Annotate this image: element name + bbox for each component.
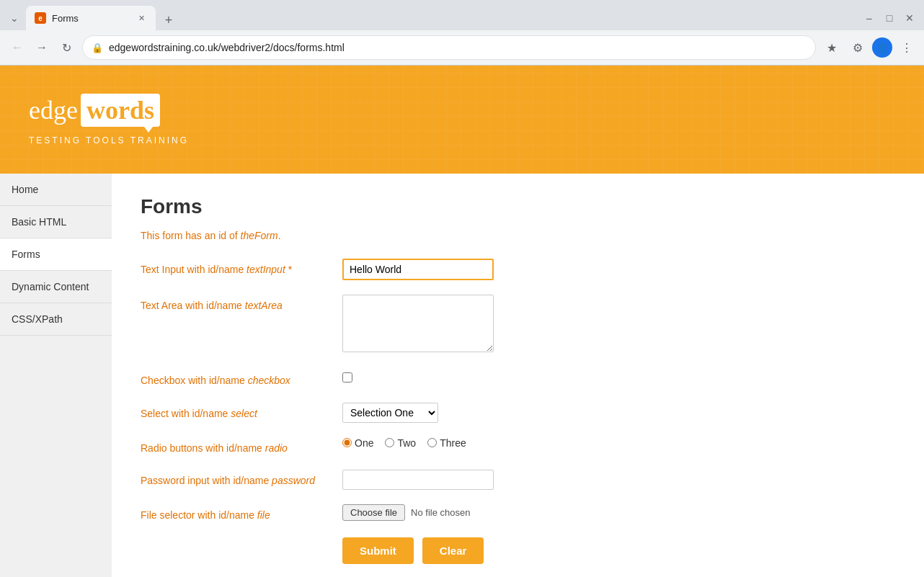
radio-one[interactable] bbox=[342, 438, 352, 447]
radio-label-two[interactable]: Two bbox=[385, 437, 416, 449]
text-input-id-label: textInput bbox=[246, 264, 285, 275]
textarea-id-label: textArea bbox=[245, 300, 283, 311]
extensions-button[interactable]: ⚙ bbox=[846, 36, 869, 59]
tab-favicon: e bbox=[35, 12, 46, 24]
sidebar-item-dynamic-content[interactable]: Dynamic Content bbox=[0, 271, 112, 303]
text-input-label: Text Input with id/name textInput * bbox=[141, 259, 342, 277]
tab-group: e Forms ✕ + bbox=[26, 6, 861, 30]
logo-words-box: words bbox=[81, 94, 160, 127]
navigation-buttons: ← → ↻ bbox=[6, 36, 78, 59]
toolbar: ← → ↻ 🔒 ★ ⚙ 👤 ⋮ bbox=[0, 30, 924, 65]
logo-words: words bbox=[86, 96, 154, 125]
checkbox-id-label: checkbox bbox=[248, 375, 290, 386]
checkbox-row: Checkbox with id/name checkbox bbox=[141, 370, 895, 388]
select-label: Select with id/name select bbox=[141, 403, 342, 421]
radio-three-label: Three bbox=[440, 437, 466, 449]
page-title: Forms bbox=[141, 195, 895, 218]
password-control bbox=[342, 470, 895, 490]
textarea-input[interactable] bbox=[342, 295, 494, 352]
menu-button[interactable]: ⋮ bbox=[895, 36, 918, 59]
tab-close-button[interactable]: ✕ bbox=[136, 12, 147, 24]
back-button[interactable]: ← bbox=[6, 36, 29, 59]
select-row: Select with id/name select Selection One… bbox=[141, 403, 895, 423]
profile-button[interactable]: 👤 bbox=[872, 37, 892, 58]
radio-label: Radio buttons with id/name radio bbox=[141, 437, 342, 456]
select-input[interactable]: Selection One Selection Two Selection Th… bbox=[342, 403, 438, 423]
sidebar: Home Basic HTML Forms Dynamic Content CS… bbox=[0, 174, 112, 577]
reload-button[interactable]: ↻ bbox=[55, 36, 78, 59]
address-input[interactable] bbox=[109, 42, 807, 53]
radio-three[interactable] bbox=[427, 438, 437, 447]
password-label: Password input with id/name password bbox=[141, 470, 342, 488]
form-id: theForm bbox=[241, 230, 278, 241]
file-control: Choose file No file chosen bbox=[342, 504, 895, 521]
close-window-button[interactable]: ✕ bbox=[901, 9, 918, 27]
button-row: Submit Clear bbox=[141, 537, 895, 564]
file-id-label: file bbox=[257, 509, 270, 521]
tab-controls: ⌄ bbox=[6, 9, 23, 27]
logo-edge: edge bbox=[29, 95, 78, 125]
sidebar-item-css-xpath[interactable]: CSS/XPath bbox=[0, 303, 112, 336]
textarea-label: Text Area with id/name textArea bbox=[141, 295, 342, 313]
logo-text: edge words bbox=[29, 94, 189, 127]
clear-button[interactable]: Clear bbox=[422, 537, 484, 564]
no-file-chosen-text: No file chosen bbox=[411, 507, 470, 518]
file-row: File selector with id/name file Choose f… bbox=[141, 504, 895, 523]
password-input[interactable] bbox=[342, 470, 494, 490]
radio-label-three[interactable]: Three bbox=[427, 437, 466, 449]
radio-control: One Two Three bbox=[342, 437, 895, 449]
sidebar-item-home[interactable]: Home bbox=[0, 174, 112, 206]
text-input-control bbox=[342, 259, 895, 280]
radio-two[interactable] bbox=[385, 438, 394, 447]
radio-group: One Two Three bbox=[342, 437, 895, 449]
address-bar[interactable]: 🔒 bbox=[82, 35, 816, 60]
radio-row: Radio buttons with id/name radio One Two bbox=[141, 437, 895, 456]
minimize-button[interactable]: – bbox=[861, 9, 878, 27]
active-tab[interactable]: e Forms ✕ bbox=[26, 6, 156, 30]
content-area: Forms This form has an id of theForm. Te… bbox=[112, 174, 924, 577]
logo-container: edge words TESTING TOOLS TRAINING bbox=[29, 94, 189, 146]
bookmark-button[interactable]: ★ bbox=[820, 36, 843, 59]
select-control: Selection One Selection Two Selection Th… bbox=[342, 403, 895, 423]
file-input-area: Choose file No file chosen bbox=[342, 504, 895, 521]
text-input[interactable] bbox=[342, 259, 494, 280]
logo-tagline: TESTING TOOLS TRAINING bbox=[29, 135, 189, 146]
sidebar-item-basic-html[interactable]: Basic HTML bbox=[0, 206, 112, 238]
tab-bar: ⌄ e Forms ✕ + – □ ✕ bbox=[0, 0, 924, 30]
sidebar-item-forms[interactable]: Forms bbox=[0, 238, 112, 271]
password-row: Password input with id/name password bbox=[141, 470, 895, 490]
page-wrapper: edge words TESTING TOOLS TRAINING Home B… bbox=[0, 66, 924, 577]
radio-two-label: Two bbox=[397, 437, 416, 449]
site-header: edge words TESTING TOOLS TRAINING bbox=[0, 66, 924, 174]
password-id-label: password bbox=[272, 475, 315, 486]
text-input-row: Text Input with id/name textInput * bbox=[141, 259, 895, 280]
checkbox-control bbox=[342, 370, 895, 385]
form-description: This form has an id of theForm. bbox=[141, 230, 895, 241]
tab-title: Forms bbox=[52, 13, 130, 24]
required-marker: * bbox=[288, 264, 292, 275]
new-tab-button[interactable]: + bbox=[159, 10, 179, 30]
forward-button[interactable]: → bbox=[30, 36, 53, 59]
checkbox-label: Checkbox with id/name checkbox bbox=[141, 370, 342, 388]
form-description-suffix: . bbox=[278, 230, 281, 241]
secure-icon: 🔒 bbox=[92, 43, 103, 53]
textarea-row: Text Area with id/name textArea bbox=[141, 295, 895, 355]
checkbox-input[interactable] bbox=[342, 372, 352, 383]
choose-file-button[interactable]: Choose file bbox=[342, 504, 405, 521]
toolbar-actions: ★ ⚙ 👤 ⋮ bbox=[820, 36, 918, 59]
main-layout: Home Basic HTML Forms Dynamic Content CS… bbox=[0, 174, 924, 577]
radio-id-label: radio bbox=[265, 442, 288, 454]
maximize-button[interactable]: □ bbox=[881, 9, 898, 27]
file-label: File selector with id/name file bbox=[141, 504, 342, 523]
tab-list-button[interactable]: ⌄ bbox=[6, 9, 23, 27]
browser-chrome: ⌄ e Forms ✕ + – □ ✕ ← → ↻ 🔒 bbox=[0, 0, 924, 66]
radio-one-label: One bbox=[355, 437, 373, 449]
form-description-prefix: This form has an id of bbox=[141, 230, 241, 241]
textarea-control bbox=[342, 295, 895, 355]
radio-label-one[interactable]: One bbox=[342, 437, 373, 449]
submit-button[interactable]: Submit bbox=[342, 537, 414, 564]
the-form: Text Input with id/name textInput * Text… bbox=[141, 259, 895, 577]
select-id-label: select bbox=[231, 408, 257, 419]
